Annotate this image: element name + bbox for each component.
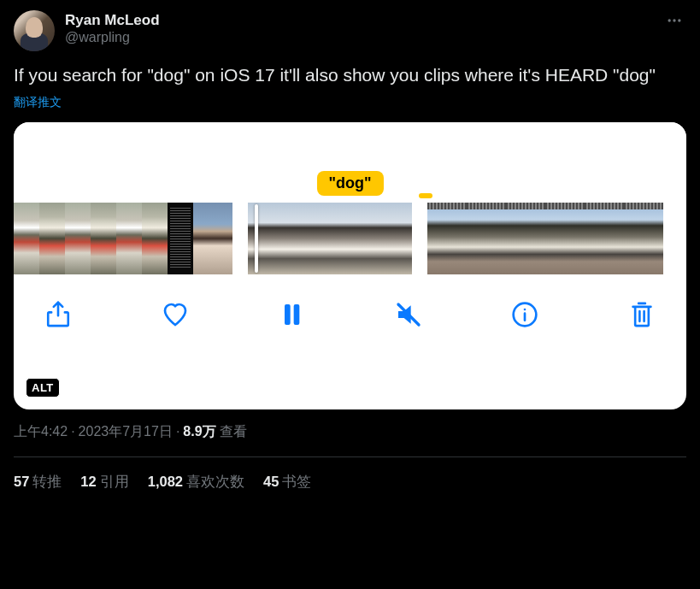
heart-icon [162,300,189,329]
clip-1[interactable] [14,203,232,280]
frame-thumb [467,203,506,274]
likes-stat[interactable]: 1,082喜欢次数 [148,473,244,492]
frame-thumb [91,203,116,274]
pause-button[interactable] [278,300,305,329]
mute-button[interactable] [395,300,422,329]
frame-thumb [506,203,545,274]
media-toolbar [14,280,686,350]
retweets-stat[interactable]: 57转推 [14,473,62,492]
frame-thumb [193,203,232,274]
alt-badge[interactable]: ALT [26,378,60,398]
frame-thumb [289,203,330,274]
info-icon [511,300,538,329]
delete-button[interactable] [628,300,656,329]
media-top-area: "dog" [14,122,686,199]
frame-thumb [427,203,467,274]
views-count: 8.9万 [183,424,215,439]
svg-point-2 [678,19,680,21]
svg-point-7 [524,309,526,311]
more-button[interactable] [662,9,686,37]
bookmarks-stat[interactable]: 45书签 [263,473,311,492]
frame-thumb [116,203,142,274]
avatar[interactable] [14,10,55,51]
ellipsis-icon [666,12,683,29]
author-names[interactable]: Ryan McLeod @warpling [65,12,652,45]
trash-icon [628,300,656,329]
tweet-container: Ryan McLeod @warpling If you search for … [0,0,700,492]
frame-thumb [14,203,39,274]
tweet-text: If you search for "dog" on iOS 17 it'll … [14,63,686,87]
like-button[interactable] [162,300,189,329]
svg-point-1 [673,19,675,21]
frame-thumb [65,203,91,274]
views-label: 查看 [220,424,247,439]
svg-point-0 [668,19,671,21]
tweet-meta: 上午4:42·2023年7月17日·8.9万 查看 [14,409,686,457]
svg-rect-4 [294,304,300,325]
media-card[interactable]: "dog" [14,122,686,409]
frame-thumb [142,203,168,274]
clip-2[interactable] [248,203,412,280]
share-button[interactable] [44,300,72,329]
tweet-stats: 57转推 12引用 1,082喜欢次数 45书签 [14,457,686,492]
svg-rect-3 [285,304,291,325]
info-button[interactable] [511,300,538,329]
frame-thumb [330,203,371,274]
frame-thumb [585,203,624,274]
search-keyword-tag: "dog" [316,171,383,196]
tweet-date[interactable]: 2023年7月17日 [79,424,173,439]
speaker-muted-icon [395,300,422,329]
clip-3[interactable] [427,203,663,280]
tweet-header: Ryan McLeod @warpling [14,10,686,51]
filmstrip[interactable] [14,199,686,280]
frame-thumb [371,203,412,274]
playhead-marker [419,193,432,198]
pause-icon [278,300,305,329]
translate-link[interactable]: 翻译推文 [14,95,62,110]
quotes-stat[interactable]: 12引用 [80,473,128,492]
handle: @warpling [65,30,652,45]
frame-thumb [39,203,65,274]
frame-thumb [248,203,289,274]
tweet-time[interactable]: 上午4:42 [14,424,68,439]
frame-thumb [624,203,663,274]
share-icon [44,300,72,329]
display-name: Ryan McLeod [65,12,652,29]
frame-thumb [545,203,585,274]
frame-thumb [168,203,193,274]
